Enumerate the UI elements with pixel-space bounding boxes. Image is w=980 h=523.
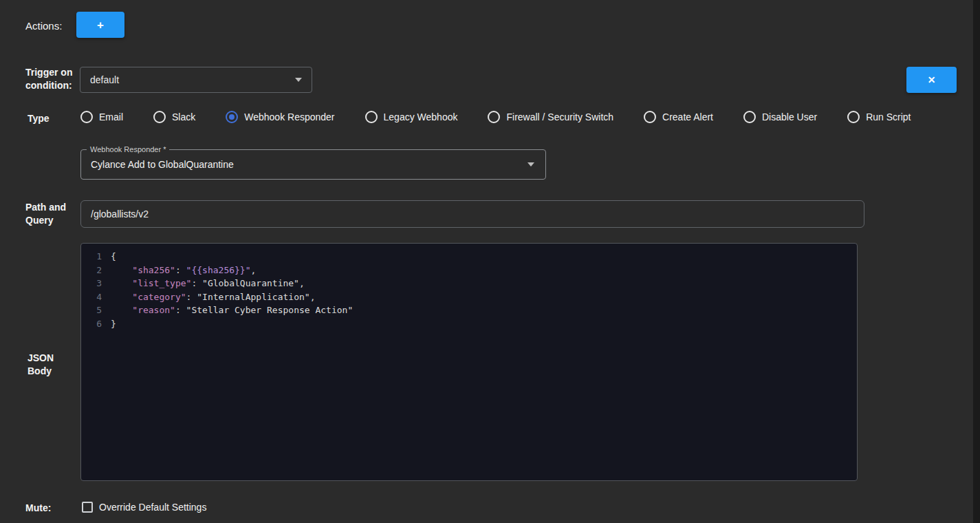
line-number: 3 (81, 277, 102, 290)
type-option-label: Slack (172, 111, 195, 122)
line-number: 1 (81, 250, 102, 264)
line-number: 5 (81, 303, 102, 317)
type-option-label: Run Script (866, 111, 911, 122)
type-option-disable-user[interactable]: Disable User (743, 111, 817, 123)
radio-icon[interactable] (365, 111, 378, 123)
type-option-label: Disable User (762, 111, 817, 122)
type-option-create-alert[interactable]: Create Alert (644, 111, 713, 123)
code-line: 5 "reason": "Stellar Cyber Response Acti… (81, 303, 857, 317)
type-option-label: Firewall / Security Switch (506, 111, 613, 122)
code-line: 4 "category": "InternalApplication", (81, 290, 857, 304)
code-text: "category": "InternalApplication", (111, 290, 315, 304)
code-text: "reason": "Stellar Cyber Response Action… (111, 303, 353, 317)
radio-icon[interactable] (847, 111, 860, 123)
type-option-run-script[interactable]: Run Script (847, 111, 911, 123)
path-query-label: Path and Query (25, 201, 68, 227)
path-query-input[interactable] (80, 200, 864, 228)
json-editor-lines: 1{2 "sha256": "{{sha256}}",3 "list_type"… (81, 250, 857, 330)
plus-icon: + (97, 19, 104, 31)
type-option-legacy-webhook[interactable]: Legacy Webhook (365, 111, 458, 123)
radio-icon[interactable] (644, 111, 656, 123)
radio-icon[interactable] (743, 111, 756, 123)
type-option-label: Legacy Webhook (384, 111, 458, 122)
code-line: 6} (81, 317, 857, 331)
add-action-button[interactable]: + (76, 12, 124, 38)
webhook-responder-float-label: Webhook Responder * (87, 145, 169, 154)
type-label: Type (28, 112, 50, 125)
code-line: 2 "sha256": "{{sha256}}", (81, 264, 857, 277)
type-option-email[interactable]: Email (80, 111, 123, 123)
response-action-form: Actions: + Trigger on condition: default… (0, 0, 980, 523)
scrollbar[interactable] (973, 0, 980, 523)
radio-icon[interactable] (80, 111, 93, 123)
line-number: 2 (81, 264, 102, 277)
trigger-condition-value: default (90, 74, 119, 85)
mute-label: Mute: (25, 502, 51, 515)
chevron-down-icon (527, 162, 534, 167)
chevron-down-icon (295, 78, 302, 82)
type-option-label: Webhook Responder (244, 111, 334, 122)
override-default-settings-label: Override Default Settings (99, 502, 206, 513)
type-option-firewall-security-switch[interactable]: Firewall / Security Switch (488, 111, 613, 123)
actions-label: Actions: (25, 20, 62, 32)
code-text: { (111, 250, 116, 264)
type-option-slack[interactable]: Slack (153, 111, 195, 123)
webhook-responder-value: Cylance Add to GlobalQuarantine (91, 159, 234, 170)
code-line: 3 "list_type": "GlobalQuarantine", (81, 277, 857, 290)
webhook-responder-select[interactable]: Webhook Responder * Cylance Add to Globa… (80, 149, 546, 180)
trigger-condition-select[interactable]: default (80, 67, 312, 93)
radio-icon[interactable] (153, 111, 166, 123)
code-text: "list_type": "GlobalQuarantine", (111, 277, 305, 290)
type-option-label: Create Alert (662, 111, 713, 122)
radio-icon[interactable] (488, 111, 500, 123)
override-default-settings-checkbox[interactable] (82, 502, 93, 513)
type-option-label: Email (99, 111, 123, 122)
trigger-condition-label: Trigger on condition: (25, 66, 75, 92)
json-body-label: JSON Body (28, 352, 59, 378)
radio-selected-icon[interactable] (226, 111, 238, 123)
type-radio-group: EmailSlackWebhook ResponderLegacy Webhoo… (80, 111, 911, 123)
line-number: 4 (81, 290, 102, 304)
remove-action-button[interactable]: ✕ (906, 67, 957, 93)
code-text: } (111, 317, 116, 331)
code-line: 1{ (81, 250, 857, 264)
code-text: "sha256": "{{sha256}}", (111, 264, 256, 277)
type-option-webhook-responder[interactable]: Webhook Responder (226, 111, 334, 123)
json-body-editor[interactable]: 1{2 "sha256": "{{sha256}}",3 "list_type"… (80, 243, 858, 481)
close-icon: ✕ (928, 75, 936, 85)
line-number: 6 (81, 317, 102, 331)
